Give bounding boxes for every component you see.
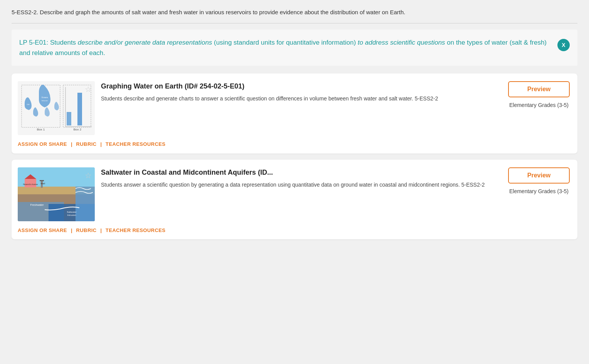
lp-close-button[interactable]: X [557, 39, 570, 51]
svg-rect-20 [40, 180, 44, 181]
preview-button-1[interactable]: Preview [508, 81, 570, 97]
resource-actions-1: Preview Elementary Grades (3-5) [508, 81, 570, 109]
lp-italic2: to address scientific questions [358, 39, 445, 46]
card-bottom-links-1: ASSIGN OR SHARE | RUBRIC | TEACHER RESOU… [18, 140, 570, 148]
svg-rect-8 [67, 112, 71, 125]
svg-text:Intrusion: Intrusion [67, 214, 76, 216]
assign-share-link-1[interactable]: ASSIGN OR SHARE [18, 140, 67, 148]
standard-text: 5-ESS2-2. Describe and graph the amounts… [12, 8, 577, 17]
lp-text-before-italic1: LP 5-E01: Students [19, 39, 78, 46]
svg-text:GW: GW [27, 104, 30, 105]
svg-text:Saltwater: Saltwater [67, 211, 76, 213]
resource-card-2: Noemi's home Well Freshwater Saltwater I… [12, 160, 577, 240]
grade-label-2: Elementary Grades (3-5) [509, 187, 569, 195]
page-wrapper: 5-ESS2-2. Describe and graph the amounts… [0, 0, 589, 247]
svg-text:Box 2: Box 2 [74, 128, 82, 131]
resource-title-1: Graphing Water on Earth (ID# 254-02-5-E0… [101, 81, 502, 92]
rubric-link-2[interactable]: RUBRIC [76, 227, 97, 234]
resource-title-2: Saltwater in Coastal and Midcontinent Aq… [101, 167, 502, 178]
pipe-sep-2b: | [100, 227, 102, 234]
lp-italic1: describe and/or generate data representa… [78, 39, 212, 46]
lp-section: LP 5-E01: Students describe and/or gener… [12, 30, 577, 66]
svg-text:Freshwater: Freshwater [30, 204, 44, 206]
resource-desc-1: Students describe and generate charts to… [101, 95, 502, 103]
pipe-sep-2a: | [71, 227, 72, 234]
svg-text:Noemi's home: Noemi's home [23, 183, 38, 185]
pipe-sep-1b: | [100, 140, 102, 148]
lp-text: LP 5-E01: Students describe and/or gener… [19, 37, 550, 58]
pipe-sep-1a: | [71, 140, 72, 148]
svg-text:Well: Well [40, 182, 45, 185]
section-divider [12, 23, 577, 23]
svg-text:Saltwater: Saltwater [42, 100, 48, 102]
card-bottom-links-2: ASSIGN OR SHARE | RUBRIC | TEACHER RESOU… [18, 227, 570, 234]
resource-info-1: Graphing Water on Earth (ID# 254-02-5-E0… [101, 81, 502, 103]
rubric-link-1[interactable]: RUBRIC [76, 140, 97, 148]
resource-actions-2: Preview Elementary Grades (3-5) [508, 167, 570, 195]
resources-list: Box 1 Box 2 Oceans Saltwater GW [12, 73, 577, 239]
resource-card-top-2: Noemi's home Well Freshwater Saltwater I… [18, 167, 570, 221]
resource-card-top-1: Box 1 Box 2 Oceans Saltwater GW [18, 81, 570, 135]
resource-info-2: Saltwater in Coastal and Midcontinent Aq… [101, 167, 502, 189]
lp-text-after-italic1: (using standard units for quantitative i… [212, 39, 358, 46]
resource-thumbnail-2: Noemi's home Well Freshwater Saltwater I… [18, 167, 95, 221]
svg-text:Box 1: Box 1 [37, 128, 45, 131]
svg-rect-9 [77, 93, 82, 125]
preview-button-2[interactable]: Preview [508, 167, 570, 184]
teacher-resources-link-2[interactable]: TEACHER RESOURCES [106, 227, 165, 234]
assign-share-link-2[interactable]: ASSIGN OR SHARE [18, 227, 67, 234]
resource-card-1: Box 1 Box 2 Oceans Saltwater GW [12, 73, 577, 154]
teacher-resources-link-1[interactable]: TEACHER RESOURCES [106, 140, 165, 148]
favorite-star-1[interactable]: ☆ [85, 83, 92, 95]
resource-desc-2: Students answer a scientific question by… [101, 181, 502, 189]
svg-text:Oceans: Oceans [41, 96, 48, 99]
grade-label-1: Elementary Grades (3-5) [509, 101, 569, 109]
resource-thumbnail-1: Box 1 Box 2 Oceans Saltwater GW [18, 81, 95, 135]
favorite-star-2[interactable]: ☆ [85, 170, 92, 181]
